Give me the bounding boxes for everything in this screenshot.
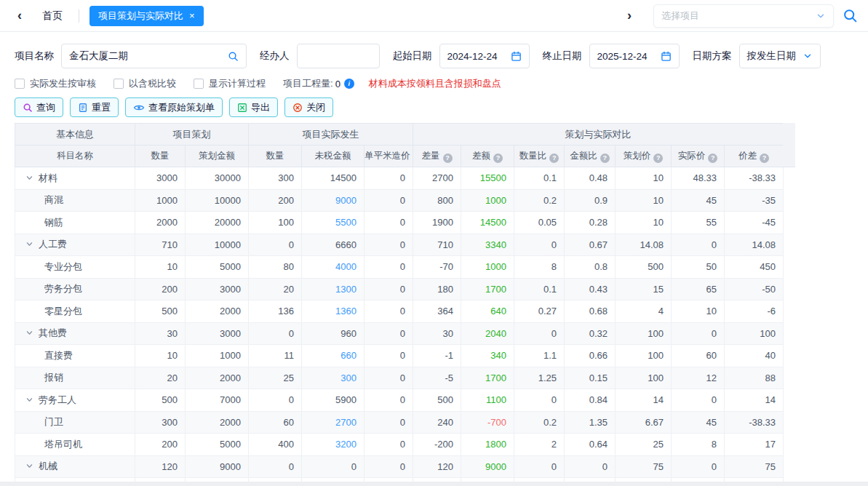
cell: 0 (365, 278, 413, 300)
untaxed-amount-link[interactable]: 1300 (302, 278, 365, 300)
cell: 0 (302, 455, 365, 478)
eye-button[interactable]: 查看原始策划单 (125, 97, 223, 117)
cell: 1.1 (514, 345, 565, 367)
column-label: 未税金额 (315, 151, 351, 161)
tabs-scroll-left-icon[interactable]: ‹ (10, 8, 29, 23)
subject-name-cell: 报销 (15, 367, 135, 389)
cell: 30 (135, 322, 186, 345)
table-row[interactable]: 劳务分包2003000201300018017000.10.431565-50 (15, 278, 784, 300)
table-row[interactable]: 直接费101000116600-13401.10.661006040 (15, 345, 784, 367)
search-icon[interactable] (228, 51, 239, 62)
reset-button[interactable]: 重置 (70, 97, 119, 117)
cell: -6 (725, 300, 784, 323)
tabs-scroll-right-icon[interactable]: › (620, 8, 639, 23)
agent-value[interactable] (305, 51, 372, 62)
horizontal-scrollbar-track[interactable] (0, 482, 868, 486)
collapse-caret-icon[interactable] (25, 396, 33, 404)
table-row[interactable]: 其他费3030000960030204000.321000100 (15, 322, 784, 345)
checkbox-box[interactable] (194, 79, 204, 89)
project-name-input[interactable] (61, 44, 247, 68)
agent-input[interactable] (297, 44, 380, 68)
close-button[interactable]: 关闭 (284, 97, 333, 117)
top-tab-bar: ‹ 首页 项目策划与实际对比 × › 选择项目 (0, 0, 868, 32)
start-date-value[interactable] (447, 51, 506, 62)
tab-active-project-compare[interactable]: 项目策划与实际对比 × (89, 6, 204, 26)
untaxed-amount-link[interactable]: 300 (302, 367, 365, 389)
table-row[interactable]: 材料3000300003001450002700155000.10.481048… (15, 167, 784, 190)
untaxed-amount-link[interactable]: 3200 (302, 434, 365, 456)
search-icon[interactable] (843, 8, 858, 23)
cell: 0 (514, 389, 565, 412)
cell: 12 (672, 367, 725, 389)
tab-home[interactable]: 首页 (29, 9, 79, 23)
untaxed-amount-link[interactable]: 4000 (302, 256, 365, 279)
help-icon[interactable]: ? (549, 154, 559, 163)
end-date-input[interactable] (589, 44, 680, 68)
cell: 1000 (135, 189, 186, 212)
collapse-caret-icon[interactable] (25, 240, 33, 248)
table-row[interactable]: 劳务工人5007000059000500110000.8414014 (15, 389, 784, 412)
collapse-caret-icon[interactable] (25, 329, 33, 337)
help-icon[interactable]: ? (600, 154, 610, 163)
table-row[interactable]: 报销202000253000-517001.250.151001288 (15, 367, 784, 389)
calendar-icon[interactable] (511, 51, 522, 62)
table-row[interactable]: 商混1000100002009000080010000.20.91045-35 (15, 189, 784, 212)
subject-name: 直接费 (44, 350, 73, 361)
cell: 40 (725, 345, 784, 367)
checkbox-box[interactable] (114, 79, 124, 89)
cell: 88 (725, 367, 784, 389)
column-label: 差量 (422, 151, 440, 161)
table-row[interactable]: 钢筋200020000100550001900145000.050.281055… (15, 212, 784, 234)
untaxed-amount-link[interactable]: 9000 (302, 189, 365, 212)
date-plan-select[interactable]: 按发生日期 (739, 44, 821, 68)
subject-name: 劳务工人 (39, 394, 76, 405)
cell: 136 (249, 300, 302, 323)
subject-name: 其他费 (39, 327, 67, 338)
project-name-value[interactable] (69, 51, 223, 62)
info-icon[interactable]: i (344, 79, 354, 89)
column-header: 数量 (249, 146, 302, 167)
search-button[interactable]: 查询 (15, 97, 63, 117)
cell: 1000 (186, 345, 249, 367)
cell: 500 (616, 256, 672, 279)
calendar-icon[interactable] (661, 51, 672, 62)
table-row[interactable]: 零星分包5002000136136003646400.270.68410-6 (15, 300, 784, 323)
end-date-value[interactable] (597, 51, 656, 62)
cell: 0 (249, 322, 302, 345)
subject-name: 门卫 (44, 416, 63, 427)
help-icon[interactable]: ? (760, 154, 769, 163)
untaxed-amount-link[interactable]: 2700 (302, 411, 365, 434)
checkbox-显示计算过程[interactable]: 显示计算过程 (194, 77, 266, 90)
help-icon[interactable]: ? (653, 154, 663, 163)
cell: 0 (249, 234, 302, 256)
table-row[interactable]: 人工费71010000066600710334000.6714.08014.08 (15, 234, 784, 256)
checkbox-以含税比较[interactable]: 以含税比较 (114, 77, 176, 90)
checkbox-box[interactable] (15, 79, 25, 89)
close-icon (292, 103, 303, 113)
cell: 300 (249, 167, 302, 190)
untaxed-amount-link[interactable]: 1360 (302, 300, 365, 323)
untaxed-amount-link[interactable]: 660 (302, 345, 365, 367)
project-select[interactable]: 选择项目 (653, 4, 834, 28)
collapse-caret-icon[interactable] (25, 174, 33, 182)
subject-name: 钢筋 (44, 217, 63, 228)
start-date-input[interactable] (439, 44, 530, 68)
table-row[interactable]: 机械120900000012090000075075 (15, 455, 784, 478)
help-icon[interactable]: ? (493, 154, 503, 163)
table-row[interactable]: 门卫30020006027000240-7000.21.356.6745-38.… (15, 411, 784, 434)
cell: 2000 (186, 300, 249, 323)
toolbar: 查询重置查看原始策划单导出关闭 (15, 97, 853, 117)
subject-name-cell: 机械 (15, 455, 135, 478)
untaxed-amount-link[interactable]: 5500 (302, 212, 365, 234)
cell: 0.2 (514, 411, 565, 434)
table-row[interactable]: 塔吊司机200500040032000-200180020.6425817 (15, 434, 784, 456)
cell: 100 (249, 212, 302, 234)
tab-close-icon[interactable]: × (189, 11, 195, 20)
cell: -45 (725, 212, 784, 234)
help-icon[interactable]: ? (708, 154, 717, 163)
checkbox-实际发生按审核[interactable]: 实际发生按审核 (15, 77, 96, 90)
table-row[interactable]: 专业分包1050008040000-70100080.850050450 (15, 256, 784, 279)
collapse-caret-icon[interactable] (25, 462, 33, 470)
help-icon[interactable]: ? (443, 154, 453, 163)
export-button[interactable]: 导出 (229, 97, 278, 117)
